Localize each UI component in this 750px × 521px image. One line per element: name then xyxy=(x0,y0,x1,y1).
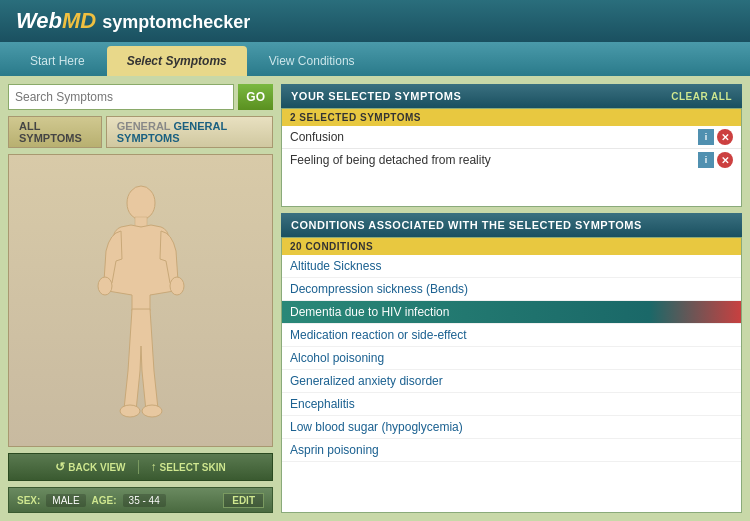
nav-tab-start-here[interactable]: Start Here xyxy=(10,46,105,76)
nav-tab-select-symptoms[interactable]: Select Symptoms xyxy=(107,46,247,76)
logo-checker: symptomchecker xyxy=(102,12,250,33)
logo: WebMD symptomchecker xyxy=(16,8,250,34)
selected-count: 2 SELECTED SYMPTOMS xyxy=(282,109,741,126)
condition-row[interactable]: Low blood sugar (hypoglycemia) xyxy=(282,416,741,439)
up-arrow-icon: ↑ xyxy=(151,460,157,474)
svg-point-0 xyxy=(127,186,155,220)
body-viewer xyxy=(8,154,273,447)
age-label: AGE: xyxy=(92,495,117,506)
divider xyxy=(138,460,139,474)
selected-symptoms-section: YOUR SELECTED SYMPTOMS CLEAR ALL 2 SELEC… xyxy=(281,84,742,207)
condition-row[interactable]: Alcohol poisoning xyxy=(282,347,741,370)
symptom-actions: i ✕ xyxy=(698,152,733,168)
symptom-row: Confusion i ✕ xyxy=(282,126,741,149)
sex-age-bar: SEX: MALE AGE: 35 - 44 EDIT xyxy=(8,487,273,513)
condition-row[interactable]: Dementia due to HIV infection xyxy=(282,301,741,324)
body-figure xyxy=(86,181,196,421)
info-icon[interactable]: i xyxy=(698,152,714,168)
conditions-section: CONDITIONS ASSOCIATED WITH THE SELECTED … xyxy=(281,213,742,513)
body-controls: ↺ BACK VIEW ↑ SELECT SKIN xyxy=(8,453,273,481)
search-bar: GO xyxy=(8,84,273,110)
age-value: 35 - 44 xyxy=(123,494,166,507)
conditions-count: 20 CONDITIONS xyxy=(282,238,741,255)
conditions-list[interactable]: Altitude SicknessDecompression sickness … xyxy=(282,255,741,512)
conditions-box: 20 CONDITIONS Altitude SicknessDecompres… xyxy=(281,237,742,513)
info-icon[interactable]: i xyxy=(698,129,714,145)
general-symptoms-tab[interactable]: GENERAL GENERAL SYMPTOMSGENERAL SYMPTOMS xyxy=(106,116,273,148)
conditions-header: CONDITIONS ASSOCIATED WITH THE SELECTED … xyxy=(281,213,742,237)
left-panel: GO ALL SYMPTOMS GENERAL GENERAL SYMPTOMS… xyxy=(8,84,273,513)
conditions-title: CONDITIONS ASSOCIATED WITH THE SELECTED … xyxy=(291,219,642,231)
right-panel: YOUR SELECTED SYMPTOMS CLEAR ALL 2 SELEC… xyxy=(281,84,742,513)
symptom-tabs: ALL SYMPTOMS GENERAL GENERAL SYMPTOMSGEN… xyxy=(8,116,273,148)
svg-rect-1 xyxy=(135,217,147,227)
logo-md: MD xyxy=(62,8,96,34)
edit-button[interactable]: EDIT xyxy=(223,493,264,508)
condition-row[interactable]: Encephalitis xyxy=(282,393,741,416)
svg-point-2 xyxy=(98,277,112,295)
symptom-list[interactable]: Confusion i ✕ Feeling of being detached … xyxy=(282,126,741,206)
sex-label: SEX: xyxy=(17,495,40,506)
clear-all-button[interactable]: CLEAR ALL xyxy=(671,91,732,102)
search-input[interactable] xyxy=(8,84,234,110)
symptom-name: Feeling of being detached from reality xyxy=(290,153,698,167)
condition-row[interactable]: Generalized anxiety disorder xyxy=(282,370,741,393)
remove-icon[interactable]: ✕ xyxy=(717,152,733,168)
nav-bar: Start Here Select Symptoms View Conditio… xyxy=(0,42,750,76)
symptom-actions: i ✕ xyxy=(698,129,733,145)
select-skin-button[interactable]: ↑ SELECT SKIN xyxy=(151,460,226,474)
app-header: WebMD symptomchecker xyxy=(0,0,750,42)
symptoms-box: 2 SELECTED SYMPTOMS Confusion i ✕ Feelin… xyxy=(281,108,742,207)
general-symptoms-label: GENERAL GENERAL SYMPTOMSGENERAL SYMPTOMS xyxy=(117,120,227,144)
logo-web: Web xyxy=(16,8,62,34)
refresh-icon: ↺ xyxy=(55,460,65,474)
sex-value: MALE xyxy=(46,494,85,507)
search-go-button[interactable]: GO xyxy=(238,84,273,110)
symptom-name: Confusion xyxy=(290,130,698,144)
condition-row[interactable]: Asprin poisoning xyxy=(282,439,741,462)
condition-row[interactable]: Medication reaction or side-effect xyxy=(282,324,741,347)
selected-symptoms-header: YOUR SELECTED SYMPTOMS CLEAR ALL xyxy=(281,84,742,108)
nav-tab-view-conditions[interactable]: View Conditions xyxy=(249,46,375,76)
selected-symptoms-title: YOUR SELECTED SYMPTOMS xyxy=(291,90,461,102)
svg-point-5 xyxy=(142,405,162,417)
symptom-row: Feeling of being detached from reality i… xyxy=(282,149,741,171)
remove-icon[interactable]: ✕ xyxy=(717,129,733,145)
all-symptoms-tab[interactable]: ALL SYMPTOMS xyxy=(8,116,102,148)
condition-row[interactable]: Altitude Sickness xyxy=(282,255,741,278)
svg-point-4 xyxy=(120,405,140,417)
main-content: GO ALL SYMPTOMS GENERAL GENERAL SYMPTOMS… xyxy=(0,76,750,521)
back-view-button[interactable]: ↺ BACK VIEW xyxy=(55,460,125,474)
svg-point-3 xyxy=(170,277,184,295)
condition-row[interactable]: Decompression sickness (Bends) xyxy=(282,278,741,301)
